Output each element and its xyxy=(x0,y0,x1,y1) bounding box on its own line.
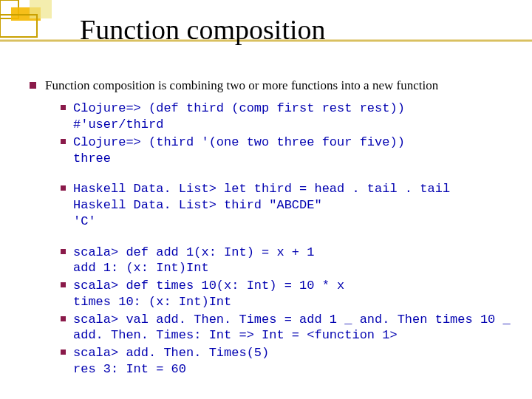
svg-rect-0 xyxy=(0,0,18,18)
bullet-icon xyxy=(61,349,66,355)
list-item: scala> def times 10(x: Int) = 10 * x tim… xyxy=(61,278,517,310)
svg-rect-2 xyxy=(30,0,52,18)
code-scala-times: scala> def times 10(x: Int) = 10 * x tim… xyxy=(73,278,344,310)
bullet-icon xyxy=(61,185,66,191)
bullet-icon xyxy=(61,282,66,287)
svg-rect-3 xyxy=(0,15,37,37)
code-clojure-def: Clojure=> (def third (comp first rest re… xyxy=(73,100,405,133)
bullet-icon xyxy=(61,139,66,144)
intro-line: Function composition is combining two or… xyxy=(30,78,517,93)
code-scala-compose: scala> val add. Then. Times = add 1 _ an… xyxy=(73,312,511,344)
list-item: scala> def add 1(x: Int) = x + 1 add 1: … xyxy=(61,245,517,277)
list-item: Haskell Data. List> let third = head . t… xyxy=(61,181,517,229)
example-list: Clojure=> (def third (comp first rest re… xyxy=(61,100,517,377)
intro-text: Function composition is combining two or… xyxy=(45,78,438,92)
svg-rect-1 xyxy=(11,7,41,21)
slide-content: Function composition is combining two or… xyxy=(30,78,517,379)
bullet-icon xyxy=(30,82,36,89)
bullet-icon xyxy=(61,316,66,321)
code-clojure-call: Clojure=> (third '(one two three four fi… xyxy=(73,134,405,167)
code-haskell: Haskell Data. List> let third = head . t… xyxy=(73,181,450,229)
bullet-icon xyxy=(61,249,66,254)
list-item: Clojure=> (third '(one two three four fi… xyxy=(61,134,517,167)
bullet-icon xyxy=(61,105,66,110)
list-item: Clojure=> (def third (comp first rest re… xyxy=(61,100,517,133)
list-item: scala> val add. Then. Times = add 1 _ an… xyxy=(61,312,517,344)
code-scala-result: scala> add. Then. Times(5) res 3: Int = … xyxy=(73,345,269,378)
list-item: scala> add. Then. Times(5) res 3: Int = … xyxy=(61,345,517,378)
code-scala-add: scala> def add 1(x: Int) = x + 1 add 1: … xyxy=(73,245,314,277)
slide-title: Function composition xyxy=(80,13,326,46)
